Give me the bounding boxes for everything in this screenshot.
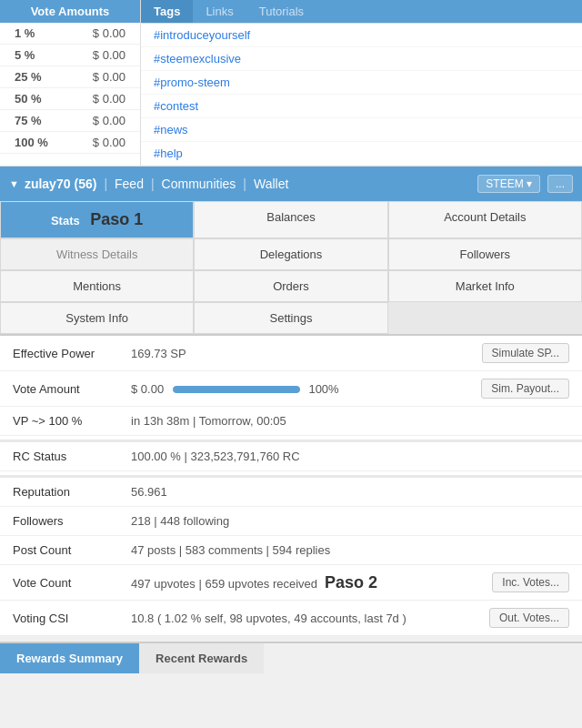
vote-val: $ 0.00 bbox=[93, 48, 125, 62]
stat-row: Vote Count 497 upvotes | 659 upvotes rec… bbox=[0, 565, 582, 601]
vote-pct: 25 % bbox=[15, 70, 42, 84]
stat-label: Effective Power bbox=[13, 347, 131, 360]
vote-val: $ 0.00 bbox=[93, 114, 125, 127]
stat-row: VP ~> 100 % in 13h 38m | Tomorrow, 00:05 bbox=[0, 407, 582, 436]
stat-value: 56.961 bbox=[131, 485, 167, 499]
menu-item-system-info[interactable]: System Info bbox=[0, 302, 194, 334]
vote-pct: 1 % bbox=[15, 26, 35, 40]
tab-rewards-summary[interactable]: Rewards Summary bbox=[0, 643, 139, 673]
stats-section: Effective Power 169.73 SP Simulate SP...… bbox=[0, 336, 582, 636]
stat-label: Vote Amount bbox=[13, 382, 131, 396]
steem-dropdown-button[interactable]: STEEM ▾ bbox=[477, 175, 540, 193]
stat-value: 47 posts | 583 comments | 594 replies bbox=[131, 543, 330, 557]
stat-value-cell: 497 upvotes | 659 upvotes receivedPaso 2 bbox=[131, 573, 492, 592]
menu-grid: Stats Paso 1 Balances Account Details Wi… bbox=[0, 201, 582, 336]
vote-row[interactable]: 100 %$ 0.00 bbox=[0, 132, 140, 154]
stat-action-button[interactable]: Inc. Votes... bbox=[492, 572, 569, 592]
tag-item[interactable]: #help bbox=[141, 142, 582, 166]
stat-btn-cell: Simulate SP... bbox=[482, 343, 569, 363]
vote-amounts-header: Vote Amounts bbox=[0, 0, 140, 23]
nav-count: (56) bbox=[74, 177, 96, 191]
nav-sep-3: | bbox=[243, 177, 246, 191]
menu-item-mentions[interactable]: Mentions bbox=[0, 270, 194, 302]
menu-item-witness-details[interactable]: Witness Details bbox=[0, 238, 194, 270]
tab-tutorials[interactable]: Tutorials bbox=[246, 0, 316, 23]
menu-item-account-details[interactable]: Account Details bbox=[388, 201, 582, 238]
stat-action-button[interactable]: Sim. Payout... bbox=[481, 379, 569, 399]
vote-row[interactable]: 1 %$ 0.00 bbox=[0, 23, 140, 45]
tag-item[interactable]: #steemexclusive bbox=[141, 47, 582, 71]
nav-link-communities[interactable]: Communities bbox=[162, 177, 236, 191]
menu-item-followers[interactable]: Followers bbox=[388, 238, 582, 270]
nav-sep-1: | bbox=[104, 177, 107, 191]
menu-item-market-info[interactable]: Market Info bbox=[388, 270, 582, 302]
tab-tags[interactable]: Tags bbox=[141, 0, 193, 23]
vote-val: $ 0.00 bbox=[93, 70, 125, 84]
stat-value-cell: 47 posts | 583 comments | 594 replies bbox=[131, 543, 569, 557]
tag-item[interactable]: #news bbox=[141, 118, 582, 142]
vote-val: $ 0.00 bbox=[93, 26, 125, 40]
stat-label: RC Status bbox=[13, 450, 131, 463]
vote-row[interactable]: 5 %$ 0.00 bbox=[0, 45, 140, 66]
stat-btn-cell: Out. Votes... bbox=[489, 608, 569, 628]
progress-bar bbox=[173, 386, 300, 393]
stat-value: 218 | 448 following bbox=[131, 514, 229, 528]
stat-btn-cell: Inc. Votes... bbox=[492, 572, 569, 592]
stat-label: Voting CSI bbox=[13, 612, 131, 625]
stat-row: Effective Power 169.73 SP Simulate SP... bbox=[0, 336, 582, 371]
stat-action-button[interactable]: Simulate SP... bbox=[482, 343, 569, 363]
stat-value-cell: in 13h 38m | Tomorrow, 00:05 bbox=[131, 414, 569, 428]
stat-value: 169.73 SP bbox=[131, 347, 186, 360]
stat-btn-cell: Sim. Payout... bbox=[481, 379, 569, 399]
stat-label: Post Count bbox=[13, 543, 131, 557]
nav-sep-2: | bbox=[151, 177, 155, 191]
paso1-label: Paso 1 bbox=[90, 210, 143, 228]
stat-row: Vote Amount $ 0.00 100% Sim. Payout... bbox=[0, 371, 582, 407]
paso2-label: Paso 2 bbox=[325, 573, 377, 592]
progress-label: 100% bbox=[308, 382, 338, 396]
stat-row: Reputation 56.961 bbox=[0, 475, 582, 507]
menu-item-orders[interactable]: Orders bbox=[194, 270, 387, 302]
vote-pct: 50 % bbox=[15, 92, 42, 106]
stat-value: 10.8 ( 1.02 % self, 98 upvotes, 49 accou… bbox=[131, 612, 406, 625]
stat-value: 497 upvotes | 659 upvotes received bbox=[131, 577, 317, 591]
stat-value-cell: 10.8 ( 1.02 % self, 98 upvotes, 49 accou… bbox=[131, 612, 489, 625]
nav-triangle-icon: ▼ bbox=[9, 178, 19, 189]
vote-val: $ 0.00 bbox=[93, 92, 125, 106]
stat-value: $ 0.00 bbox=[131, 382, 164, 396]
nav-username[interactable]: zulay70 bbox=[25, 177, 71, 191]
tab-links[interactable]: Links bbox=[193, 0, 246, 23]
stat-value-cell: 218 | 448 following bbox=[131, 514, 569, 528]
stat-row: Followers 218 | 448 following bbox=[0, 507, 582, 536]
tag-item[interactable]: #promo-steem bbox=[141, 71, 582, 95]
tab-recent-rewards[interactable]: Recent Rewards bbox=[139, 643, 264, 673]
menu-item-delegations[interactable]: Delegations bbox=[194, 238, 387, 270]
stat-value: in 13h 38m | Tomorrow, 00:05 bbox=[131, 414, 286, 428]
vote-val: $ 0.00 bbox=[93, 136, 125, 149]
vote-pct: 100 % bbox=[15, 136, 48, 149]
nav-link-feed[interactable]: Feed bbox=[115, 177, 144, 191]
stat-action-button[interactable]: Out. Votes... bbox=[489, 608, 569, 628]
vote-row[interactable]: 50 %$ 0.00 bbox=[0, 88, 140, 110]
tag-item[interactable]: #contest bbox=[141, 95, 582, 118]
stat-row: RC Status 100.00 % | 323,523,791,760 RC bbox=[0, 440, 582, 471]
vote-amounts-panel: Vote Amounts 1 %$ 0.005 %$ 0.0025 %$ 0.0… bbox=[0, 0, 141, 166]
menu-item-settings[interactable]: Settings bbox=[194, 302, 387, 334]
nav-more-button[interactable]: ... bbox=[547, 175, 573, 193]
vote-row[interactable]: 75 %$ 0.00 bbox=[0, 110, 140, 132]
menu-item-stats[interactable]: Stats Paso 1 bbox=[0, 201, 194, 238]
stat-value: 100.00 % | 323,523,791,760 RC bbox=[131, 450, 300, 463]
stat-row: Voting CSI 10.8 ( 1.02 % self, 98 upvote… bbox=[0, 601, 582, 636]
vote-row[interactable]: 25 %$ 0.00 bbox=[0, 66, 140, 88]
tag-item[interactable]: #introduceyourself bbox=[141, 24, 582, 47]
stat-label: Vote Count bbox=[13, 576, 131, 590]
stat-label: Followers bbox=[13, 514, 131, 528]
top-section: Vote Amounts 1 %$ 0.005 %$ 0.0025 %$ 0.0… bbox=[0, 0, 582, 167]
menu-item-balances[interactable]: Balances bbox=[194, 201, 387, 238]
bottom-tabs: Rewards Summary Recent Rewards bbox=[0, 642, 582, 673]
nav-bar: ▼ zulay70 (56) | Feed | Communities | Wa… bbox=[0, 167, 582, 201]
nav-link-wallet[interactable]: Wallet bbox=[254, 177, 288, 191]
stat-value-cell: 56.961 bbox=[131, 485, 569, 499]
stat-value-cell: 169.73 SP bbox=[131, 347, 482, 360]
stat-value-cell: 100.00 % | 323,523,791,760 RC bbox=[131, 450, 569, 463]
